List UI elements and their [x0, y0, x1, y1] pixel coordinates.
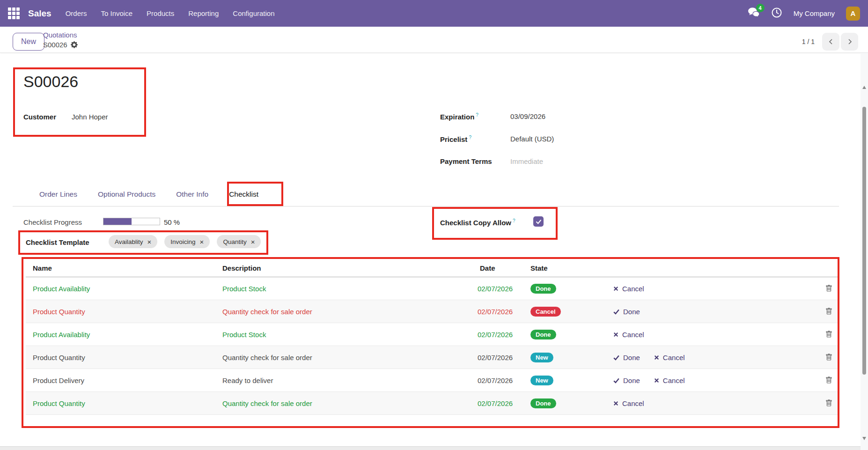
messages-button[interactable]: 4 — [748, 7, 760, 20]
table-row[interactable]: Product QuantityQuantity check for sale … — [26, 346, 838, 369]
remove-tag-icon[interactable]: × — [200, 238, 204, 245]
nav-menu: OrdersTo InvoiceProductsReportingConfigu… — [66, 9, 275, 17]
checklist-progress-value: 50 % — [164, 218, 180, 226]
row-actions: Done — [613, 308, 730, 316]
done-button[interactable]: Done — [613, 376, 640, 384]
scrollbar-thumb[interactable] — [862, 107, 866, 375]
row-date: 02/07/2026 — [478, 285, 530, 293]
delete-row-button[interactable] — [825, 331, 832, 338]
odoo-sales-window: Sales OrdersTo InvoiceProductsReportingC… — [0, 0, 868, 450]
pager-previous-button[interactable] — [822, 33, 839, 51]
table-row[interactable]: Product AvailablityProduct Stock02/07/20… — [26, 277, 838, 300]
header-state[interactable]: State — [530, 264, 613, 272]
table-row[interactable]: Product DeliveryReady to deliver02/07/20… — [26, 369, 838, 392]
table-row[interactable]: Product QuantityQuantity check for sale … — [26, 392, 838, 415]
delete-row-button[interactable] — [825, 308, 832, 315]
header-description[interactable]: Description — [222, 264, 478, 272]
delete-row-button[interactable] — [825, 376, 832, 384]
delete-row-button[interactable] — [825, 285, 832, 292]
gear-icon[interactable] — [71, 41, 78, 48]
template-tag-quantity[interactable]: Quantity× — [217, 235, 261, 248]
checklist-table: Name Description Date State Product Avai… — [26, 259, 838, 425]
state-badge: Cancel — [530, 307, 561, 317]
row-name: Product Availablity — [26, 285, 222, 293]
template-tag-availablity[interactable]: Availablity× — [109, 235, 157, 248]
nav-item-to-invoice[interactable]: To Invoice — [101, 9, 133, 17]
nav-item-reporting[interactable]: Reporting — [188, 9, 219, 17]
state-badge: Done — [530, 330, 556, 339]
row-date: 02/07/2026 — [478, 331, 530, 339]
nav-right: 4 My Company A — [748, 7, 860, 21]
company-switcher[interactable]: My Company — [794, 9, 835, 17]
table-row[interactable]: Product AvailablityProduct Stock02/07/20… — [26, 323, 838, 346]
row-description: Product Stock — [222, 331, 478, 339]
checklist-template-label: Checklist Template — [26, 238, 89, 246]
nav-item-products[interactable]: Products — [147, 9, 174, 17]
help-icon: ? — [513, 218, 515, 223]
row-date: 02/07/2026 — [478, 399, 530, 407]
done-button-label: Done — [623, 354, 640, 361]
expiration-value[interactable]: 03/09/2026 — [510, 112, 545, 121]
row-delete — [819, 354, 838, 361]
cancel-button[interactable]: Cancel — [654, 354, 685, 361]
pricelist-value[interactable]: Default (USD) — [510, 135, 554, 143]
customer-value[interactable]: John Hoper — [72, 113, 108, 121]
progress-fill — [103, 218, 132, 225]
new-button[interactable]: New — [13, 33, 44, 51]
nav-item-orders[interactable]: Orders — [66, 9, 87, 17]
row-delete — [819, 308, 838, 315]
checklist-template-tags[interactable]: Availablity×Invoicing×Quantity× — [109, 235, 261, 248]
payment-terms-field: Payment Terms Immediate — [440, 157, 543, 165]
scroll-up-arrow[interactable] — [862, 86, 866, 89]
row-name: Product Quantity — [26, 354, 222, 361]
header-date[interactable]: Date — [478, 264, 530, 272]
delete-row-button[interactable] — [825, 399, 832, 407]
table-body: Product AvailablityProduct Stock02/07/20… — [26, 277, 838, 425]
expiration-label: Expiration — [440, 113, 474, 121]
delete-row-button[interactable] — [825, 354, 832, 361]
row-name: Product Quantity — [26, 308, 222, 316]
sheet-bottom-edge — [0, 446, 868, 450]
cancel-button[interactable]: Cancel — [613, 285, 644, 293]
payment-terms-value[interactable]: Immediate — [510, 157, 543, 165]
cancel-button-label: Cancel — [663, 376, 685, 384]
row-name: Product Quantity — [26, 399, 222, 407]
tab-optional-products[interactable]: Optional Products — [98, 190, 155, 199]
template-tag-invoicing[interactable]: Invoicing× — [164, 235, 210, 248]
row-name: Product Availablity — [26, 331, 222, 339]
top-nav: Sales OrdersTo InvoiceProductsReportingC… — [0, 0, 868, 27]
cancel-button[interactable]: Cancel — [613, 331, 644, 339]
done-button[interactable]: Done — [613, 308, 640, 316]
header-name[interactable]: Name — [26, 264, 222, 272]
row-state: New — [530, 376, 613, 385]
app-brand[interactable]: Sales — [28, 8, 51, 19]
nav-item-configuration[interactable]: Configuration — [233, 9, 274, 17]
cancel-button[interactable]: Cancel — [654, 376, 685, 384]
activities-clock-icon[interactable] — [771, 7, 782, 20]
tab-checklist[interactable]: Checklist — [229, 190, 258, 199]
remove-tag-icon[interactable]: × — [251, 238, 255, 245]
tab-order-lines[interactable]: Order Lines — [39, 190, 77, 199]
done-button[interactable]: Done — [613, 354, 640, 361]
user-avatar[interactable]: A — [846, 7, 860, 21]
remove-tag-icon[interactable]: × — [147, 238, 152, 245]
pager-count: 1 / 1 — [802, 38, 815, 45]
row-delete — [819, 285, 838, 292]
breadcrumb-current: S00026 — [43, 40, 67, 50]
row-date: 02/07/2026 — [478, 354, 530, 361]
breadcrumb-parent-link[interactable]: Quotations — [43, 30, 78, 40]
cancel-button[interactable]: Cancel — [613, 399, 644, 407]
pager-next-button[interactable] — [841, 33, 858, 51]
customer-field: Customer John Hoper — [23, 113, 108, 121]
row-delete — [819, 399, 838, 407]
row-actions: Cancel — [613, 399, 730, 407]
record-title[interactable]: S00026 — [23, 73, 78, 91]
apps-grid-icon[interactable] — [8, 7, 20, 19]
row-delete — [819, 376, 838, 384]
table-row[interactable]: Product QuantityQuantity check for sale … — [26, 300, 838, 323]
row-state: Cancel — [530, 307, 613, 317]
cancel-button-label: Cancel — [622, 399, 644, 407]
copy-allow-checkbox[interactable] — [533, 216, 544, 227]
scroll-down-arrow[interactable] — [862, 437, 866, 440]
tab-other-info[interactable]: Other Info — [176, 190, 208, 199]
